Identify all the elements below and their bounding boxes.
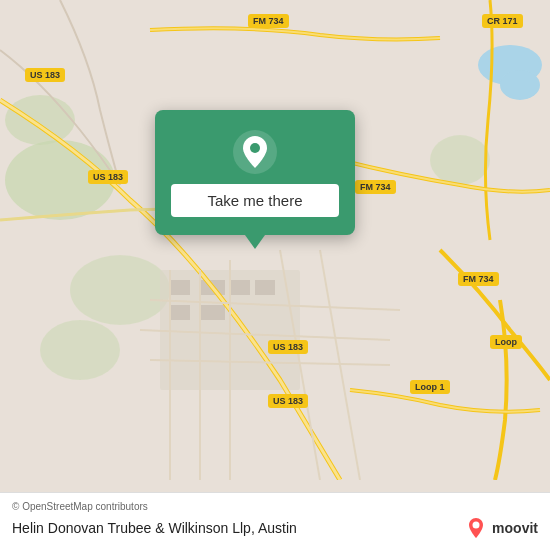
road-badge-us183-low: US 183 — [268, 340, 308, 354]
moovit-brand-text: moovit — [492, 520, 538, 536]
svg-rect-9 — [170, 280, 190, 295]
moovit-pin-icon — [464, 516, 488, 540]
road-badge-fm734-mid: FM 734 — [355, 180, 396, 194]
map-container: US 183 FM 734 CR 171 US 183 FM 734 FM 73… — [0, 0, 550, 550]
svg-point-25 — [473, 522, 480, 529]
svg-point-2 — [500, 70, 540, 100]
osm-attribution: © OpenStreetMap contributors — [12, 501, 538, 512]
svg-rect-11 — [170, 305, 190, 320]
map-svg — [0, 0, 550, 480]
svg-rect-13 — [230, 280, 250, 295]
road-badge-us183-top: US 183 — [25, 68, 65, 82]
take-me-there-button[interactable]: Take me there — [171, 184, 339, 217]
map-area: US 183 FM 734 CR 171 US 183 FM 734 FM 73… — [0, 0, 550, 480]
svg-rect-12 — [200, 305, 225, 320]
location-pin-icon — [233, 130, 277, 174]
moovit-logo: moovit — [464, 516, 538, 540]
location-name: Helin Donovan Trubee & Wilkinson Llp, Au… — [12, 520, 297, 536]
location-info-row: Helin Donovan Trubee & Wilkinson Llp, Au… — [12, 516, 538, 540]
svg-point-6 — [40, 320, 120, 380]
bottom-bar: © OpenStreetMap contributors Helin Donov… — [0, 492, 550, 550]
road-badge-fm734-right: FM 734 — [458, 272, 499, 286]
svg-point-5 — [70, 255, 170, 325]
svg-point-4 — [5, 95, 75, 145]
road-badge-loop-right: Loop — [490, 335, 522, 349]
svg-rect-14 — [255, 280, 275, 295]
road-badge-us183-mid: US 183 — [88, 170, 128, 184]
road-badge-loop1: Loop 1 — [410, 380, 450, 394]
svg-point-24 — [250, 143, 260, 153]
road-badge-us183-lower: US 183 — [268, 394, 308, 408]
svg-point-7 — [430, 135, 490, 185]
road-badge-fm734-top: FM 734 — [248, 14, 289, 28]
road-badge-cr171: CR 171 — [482, 14, 523, 28]
location-popup: Take me there — [155, 110, 355, 235]
